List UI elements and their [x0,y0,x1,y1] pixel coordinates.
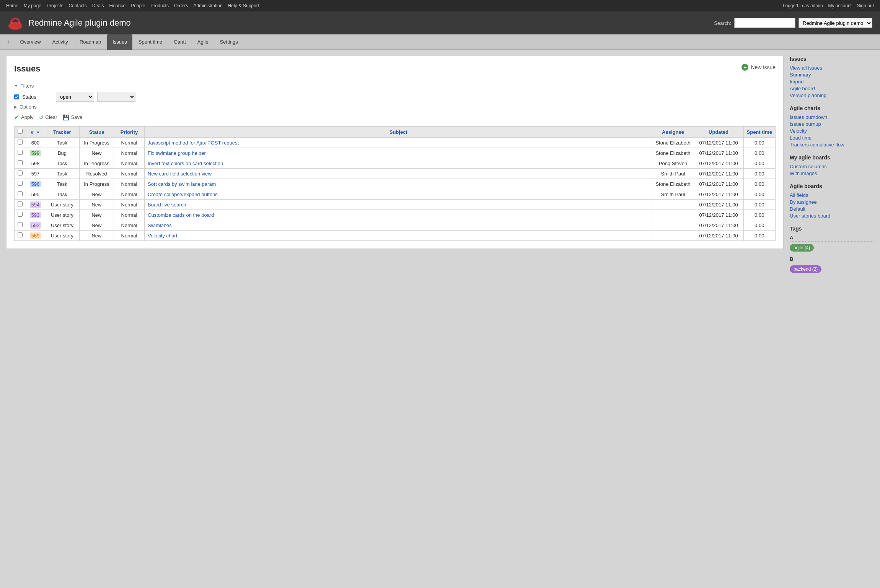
col-header-assignee[interactable]: Assignee [652,127,694,138]
nav-home[interactable]: Home [6,3,18,8]
col-header-subject[interactable]: Subject [145,127,652,138]
issue-subject[interactable]: Sort cards by swim lane param [145,179,652,189]
sidebar-view-all-issues[interactable]: View all issues [790,65,822,71]
clear-button[interactable]: ↺ Clear [39,114,57,120]
nav-orders[interactable]: Orders [174,3,188,8]
tab-activity[interactable]: Activity [47,34,73,50]
issue-subject[interactable]: Swimlanes [145,220,652,231]
add-tab-button[interactable]: + [4,35,14,49]
issue-id[interactable]: 593 [30,212,41,218]
nav-finance[interactable]: Finance [109,3,125,8]
status-filter-checkbox[interactable] [14,94,19,99]
col-header-id[interactable]: # ▼ [26,127,45,138]
tag-agile[interactable]: agile (4) [790,244,814,252]
tab-spent-time[interactable]: Spent time [133,34,168,50]
issue-id[interactable]: 589 [30,232,41,239]
issue-id[interactable]: 598 [31,161,40,166]
status-filter-operator[interactable]: openclosedall [56,92,94,102]
issue-id[interactable]: 600 [31,140,40,146]
issue-subject[interactable]: Board live search [145,200,652,210]
nav-administration[interactable]: Administration [194,3,223,8]
nav-deals[interactable]: Deals [92,3,104,8]
tag-backend[interactable]: backend (2) [790,265,821,273]
select-all-checkbox[interactable] [18,129,23,134]
row-checkbox[interactable] [18,171,23,175]
sidebar-agile-board[interactable]: Agile board [790,86,815,91]
row-checkbox[interactable] [18,191,23,196]
sidebar-custom-columns[interactable]: Custom columns [790,164,827,169]
nav-contacts[interactable]: Contacts [68,3,86,8]
nav-people[interactable]: People [131,3,145,8]
select-all-checkbox-header[interactable] [15,127,26,138]
my-account-link[interactable]: My account [828,3,852,8]
tab-issues[interactable]: Issues [107,34,132,50]
clear-label: Clear [46,114,57,120]
issue-subject[interactable]: Create collapse/expand buttons [145,189,652,200]
row-checkbox[interactable] [18,150,23,155]
sidebar-all-fields[interactable]: All fields [790,192,808,198]
sidebar-issues-burnup[interactable]: Issues burnup [790,121,821,127]
tab-settings[interactable]: Settings [215,34,243,50]
issue-subject[interactable]: Customize cards on the board [145,210,652,220]
search-input[interactable] [734,18,795,28]
status-filter-row: Status openclosedall [14,92,776,102]
sidebar-by-assignee[interactable]: By assignee [790,199,817,205]
issue-id[interactable]: 596 [30,181,41,187]
sidebar-summary[interactable]: Summary [790,72,811,78]
apply-button[interactable]: ✔ Apply [14,114,34,121]
issue-subject[interactable]: Invert text colors on card selection [145,158,652,169]
col-header-tracker[interactable]: Tracker [45,127,80,138]
sidebar-user-stories-board[interactable]: User stories board [790,213,830,219]
issue-subject[interactable]: Javascript method for Ajax POST request [145,138,652,148]
issue-subject[interactable]: Velocity chart [145,231,652,241]
options-toggle[interactable]: ▶ Options [14,104,776,110]
nav-help[interactable]: Help & Support [228,3,259,8]
issue-subject[interactable]: New card field selection view [145,169,652,179]
status-filter-value[interactable] [97,92,135,102]
issue-id[interactable]: 597 [31,171,40,177]
col-header-updated[interactable]: Updated [694,127,743,138]
issue-id[interactable]: 592 [30,222,41,229]
sign-out-link[interactable]: Sign out [857,3,874,8]
row-checkbox[interactable] [18,140,23,145]
save-button[interactable]: 💾 Save [63,114,83,120]
issue-subject[interactable]: Fix swimlane group helper [145,148,652,158]
tab-agile[interactable]: Agile [192,34,214,50]
issue-priority: Normal [114,169,145,179]
nav-projects[interactable]: Projects [47,3,63,8]
search-scope-select[interactable]: Redmine Agile plugin demo [799,18,872,28]
tab-overview[interactable]: Overview [15,34,46,50]
nav-mypage[interactable]: My page [24,3,41,8]
row-checkbox[interactable] [18,232,23,237]
sidebar-lead-time[interactable]: Lead time [790,135,812,141]
row-checkbox[interactable] [18,160,23,165]
issue-status: New [80,210,114,220]
sidebar-with-images[interactable]: With images [790,171,817,176]
row-checkbox[interactable] [18,181,23,186]
tab-roadmap[interactable]: Roadmap [74,34,106,50]
issue-id[interactable]: 595 [31,192,40,197]
col-header-status[interactable]: Status [80,127,114,138]
sidebar-agile-charts-section: Agile charts Issues burndown Issues burn… [790,105,874,148]
row-checkbox[interactable] [18,212,23,217]
nav-products[interactable]: Products [151,3,169,8]
sidebar-velocity[interactable]: Velocity [790,128,807,134]
sidebar-import[interactable]: Import [790,79,804,84]
sidebar-version-planning[interactable]: Version planning [790,93,826,98]
sidebar-issues-burndown[interactable]: Issues burndown [790,114,827,120]
sidebar-agile-charts-links: Issues burndown Issues burnup Velocity L… [790,114,874,148]
issue-id[interactable]: 599 [30,150,41,156]
sidebar-default[interactable]: Default [790,206,805,212]
issue-id[interactable]: 594 [30,201,41,208]
issue-tracker: Bug [45,148,80,158]
issue-assignee [652,231,694,241]
new-issue-button[interactable]: + New issue [741,64,776,71]
row-checkbox[interactable] [18,222,23,227]
issues-table: # ▼ Tracker Status Priority Subject Assi… [14,126,776,241]
col-header-spent-time[interactable]: Spent time [743,127,775,138]
tab-gantt[interactable]: Gantt [168,34,191,50]
sidebar-trackers-cumulative-flow[interactable]: Trackers cumulative flow [790,142,844,148]
col-header-priority[interactable]: Priority [114,127,145,138]
row-checkbox[interactable] [18,201,23,206]
filters-toggle[interactable]: ▼ Filters [14,83,776,89]
